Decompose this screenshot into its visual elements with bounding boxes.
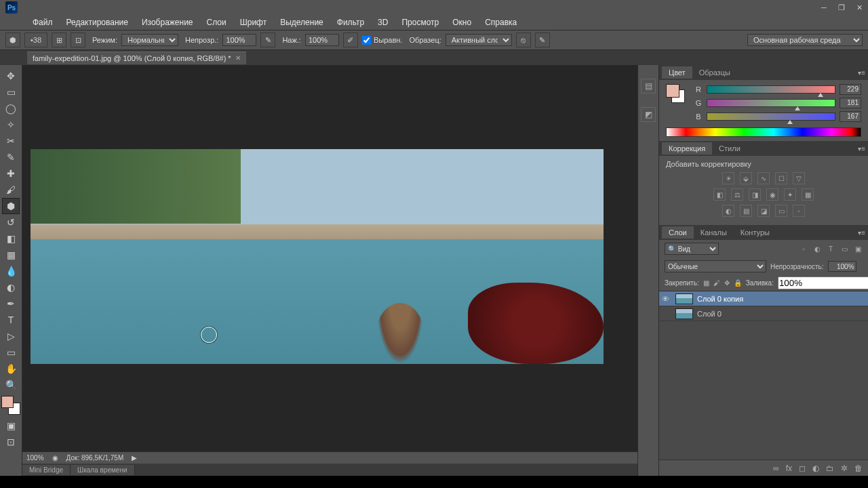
path-select-tool[interactable]: ▷	[2, 328, 20, 344]
filter-adjust-icon[interactable]: ◐	[812, 244, 822, 253]
layer-name[interactable]: Слой 0 копия	[697, 295, 743, 303]
zoom-slider-icon[interactable]: ◉	[52, 454, 58, 462]
b-slider[interactable]	[707, 113, 835, 121]
hand-tool[interactable]: ✋	[2, 361, 20, 377]
menu-file[interactable]: Файл	[27, 16, 58, 28]
curves-adjust-icon[interactable]: ∿	[757, 172, 770, 184]
document-tab[interactable]: family-expedition-01.jpg @ 100% (Слой 0 …	[27, 52, 246, 64]
properties-panel-icon[interactable]: ◩	[641, 107, 656, 122]
filter-pixel-icon[interactable]: ▫	[799, 244, 808, 253]
gradient-tool[interactable]: ▦	[2, 247, 20, 263]
layer-blend-select[interactable]: Обычные	[665, 260, 766, 272]
type-tool[interactable]: T	[2, 312, 20, 328]
panel-menu-icon[interactable]: ▾≡	[858, 145, 865, 152]
blend-mode-select[interactable]: Нормальный	[121, 34, 178, 46]
swatches-tab[interactable]: Образцы	[692, 66, 737, 79]
b-value[interactable]: 167	[840, 111, 861, 122]
aligned-checkbox[interactable]: Выравн.	[362, 36, 402, 45]
menu-image[interactable]: Изображение	[136, 16, 199, 28]
document-canvas[interactable]	[31, 149, 604, 364]
spectrum-ramp[interactable]	[666, 127, 861, 137]
eyedropper-tool[interactable]: ✎	[2, 149, 20, 165]
tool-preset-picker[interactable]: ⬢	[5, 33, 20, 47]
brush-tool[interactable]: 🖌	[2, 182, 20, 198]
pressure-opacity-icon[interactable]: ✎	[260, 33, 275, 47]
brush-preset-picker[interactable]: • 38	[24, 33, 47, 47]
history-brush-tool[interactable]: ↺	[2, 214, 20, 230]
link-layers-icon[interactable]: ∞	[773, 464, 779, 473]
lock-position-icon[interactable]: ✥	[724, 279, 730, 288]
layer-style-icon[interactable]: fx	[786, 464, 792, 473]
clone-stamp-tool[interactable]: ⬢	[2, 198, 20, 214]
menu-help[interactable]: Справка	[479, 16, 522, 28]
panel-menu-icon[interactable]: ▾≡	[858, 229, 865, 237]
canvas-area[interactable]: 100% ◉ Док: 896,5K/1,75M ▶ Mini Bridge Ш…	[22, 65, 637, 476]
levels-adjust-icon[interactable]: ⬙	[740, 172, 752, 184]
history-panel-icon[interactable]: ▤	[641, 79, 656, 94]
lock-pixels-icon[interactable]: 🖌	[713, 279, 720, 288]
sample-select[interactable]: Активный слой	[446, 34, 512, 46]
menu-select[interactable]: Выделение	[275, 16, 329, 28]
layer-item[interactable]: 👁 Слой 0 копия	[659, 291, 868, 306]
exposure-adjust-icon[interactable]: ☐	[775, 172, 787, 184]
posterize-adjust-icon[interactable]: ▤	[740, 205, 752, 217]
g-slider[interactable]	[707, 99, 835, 107]
delete-layer-icon[interactable]: 🗑	[854, 464, 863, 473]
threshold-adjust-icon[interactable]: ◪	[757, 205, 770, 217]
layer-fill-input[interactable]	[778, 277, 868, 289]
workspace-select[interactable]: Основная рабочая среда	[747, 34, 863, 46]
ignore-adjust-icon[interactable]: ⦸	[516, 33, 531, 47]
zoom-tool[interactable]: 🔍	[2, 377, 20, 393]
r-slider[interactable]	[707, 85, 835, 94]
layer-mask-icon[interactable]: ◻	[799, 464, 806, 473]
lock-all-icon[interactable]: 🔒	[734, 279, 742, 288]
menu-layer[interactable]: Слои	[201, 16, 232, 28]
filter-smart-icon[interactable]: ▣	[853, 244, 863, 253]
r-value[interactable]: 229	[840, 84, 861, 95]
marquee-tool[interactable]: ▭	[2, 84, 20, 100]
hue-adjust-icon[interactable]: ◧	[713, 188, 726, 201]
close-button[interactable]: ✕	[850, 1, 868, 14]
menu-type[interactable]: Шрифт	[235, 16, 272, 28]
zoom-level[interactable]: 100%	[26, 454, 44, 462]
move-tool[interactable]: ✥	[2, 68, 20, 84]
airbrush-icon[interactable]: ✐	[343, 33, 358, 47]
layer-filter-select[interactable]: 🔍 Вид	[665, 243, 719, 255]
pen-tool[interactable]: ✒	[2, 296, 20, 312]
shape-tool[interactable]: ▭	[2, 344, 20, 361]
menu-3d[interactable]: 3D	[372, 16, 393, 28]
photo-filter-icon[interactable]: ◉	[766, 188, 778, 201]
flow-input[interactable]	[305, 34, 339, 46]
opacity-input[interactable]	[222, 34, 256, 46]
maximize-button[interactable]: ❐	[833, 1, 850, 14]
crop-tool[interactable]: ✂	[2, 133, 20, 149]
dodge-tool[interactable]: ◐	[2, 279, 20, 296]
filter-shape-icon[interactable]: ▭	[840, 244, 849, 253]
screen-mode-toggle[interactable]: ⊡	[2, 434, 20, 450]
healing-brush-tool[interactable]: ✚	[2, 165, 20, 182]
color-tab[interactable]: Цвет	[662, 66, 692, 79]
blur-tool[interactable]: 💧	[2, 263, 20, 279]
layer-thumbnail[interactable]	[675, 308, 693, 319]
selective-color-icon[interactable]: ▫	[793, 205, 805, 217]
invert-adjust-icon[interactable]: ◐	[722, 205, 734, 217]
gradient-map-icon[interactable]: ▭	[775, 205, 787, 217]
lock-transparency-icon[interactable]: ▦	[703, 279, 709, 288]
adjustments-tab[interactable]: Коррекция	[662, 142, 712, 155]
close-tab-icon[interactable]: ✕	[235, 54, 241, 62]
timeline-tab[interactable]: Шкала времени	[71, 465, 134, 475]
brush-panel-toggle[interactable]: ⊞	[52, 33, 66, 47]
lasso-tool[interactable]: ◯	[2, 100, 20, 117]
vibrance-adjust-icon[interactable]: ▽	[793, 172, 805, 184]
color-swatches[interactable]	[1, 396, 20, 415]
new-group-icon[interactable]: 🗀	[826, 464, 834, 473]
paths-tab[interactable]: Контуры	[734, 226, 776, 239]
color-swatch-selector[interactable]	[666, 84, 685, 103]
layer-opacity-input[interactable]	[828, 261, 856, 272]
styles-tab[interactable]: Стили	[712, 142, 747, 155]
visibility-toggle-icon[interactable]: 👁	[662, 295, 671, 303]
layer-item[interactable]: Слой 0	[659, 306, 868, 321]
layer-name[interactable]: Слой 0	[697, 310, 722, 318]
magic-wand-tool[interactable]: ✧	[2, 117, 20, 133]
filter-type-icon[interactable]: T	[826, 244, 835, 253]
